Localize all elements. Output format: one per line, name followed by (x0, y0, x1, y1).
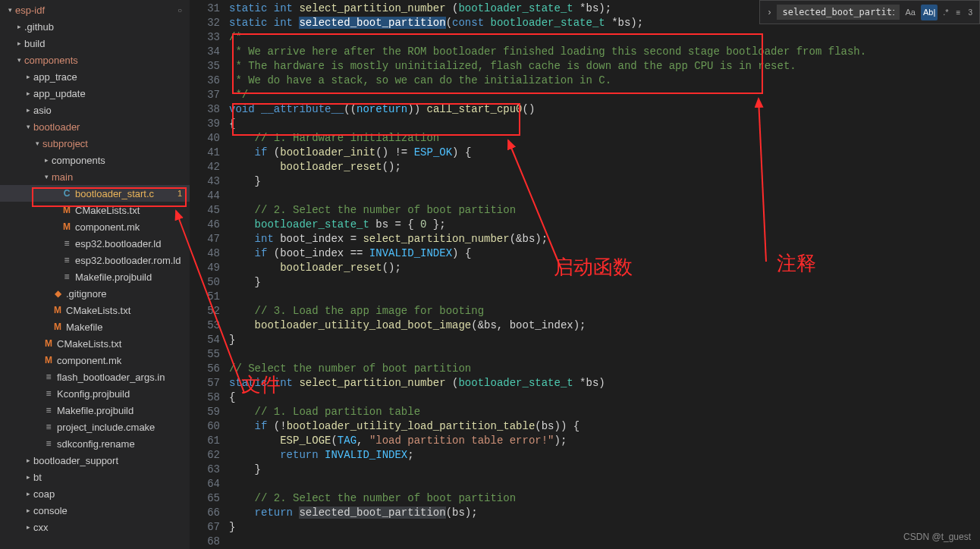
code-line[interactable]: bootloader_state_t bs = { 0 }; (229, 218, 980, 232)
chevron-right-icon[interactable]: ▸ (23, 473, 33, 481)
code-line[interactable]: // 3. Load the app image for booting (229, 304, 980, 318)
file-row[interactable]: ≡flash_bootloader_args.in (0, 369, 190, 385)
code-token: } (229, 463, 261, 475)
code-line[interactable]: bootloader_reset(); (229, 261, 980, 275)
file-row[interactable]: ≡sdkconfig.rename (0, 435, 190, 452)
code-line[interactable]: static int select_partition_number (boot… (229, 2, 980, 16)
code-line[interactable] (229, 290, 980, 304)
folder-row[interactable]: ▾main (0, 168, 190, 185)
code-line[interactable]: // 2. Select the number of boot partitio… (229, 203, 980, 218)
code-line[interactable]: if (bootloader_init() != ESP_OK) { (229, 146, 980, 160)
folder-row[interactable]: ▸app_update (0, 85, 190, 102)
folder-row[interactable]: ▸components (0, 152, 190, 168)
code-line[interactable]: int boot_index = select_partition_number… (229, 232, 980, 246)
chevron-right-icon[interactable]: ▸ (23, 73, 33, 80)
code-line[interactable]: } (229, 520, 980, 535)
folder-row[interactable]: ▸bootloader_support (0, 452, 190, 469)
code-line[interactable]: * The hardware is mostly uninitialized, … (229, 59, 980, 74)
file-row[interactable]: ≡esp32.bootloader.ld (0, 235, 190, 252)
folder-row[interactable]: ▸console (0, 502, 190, 519)
code-line[interactable]: { (229, 391, 980, 405)
code-token: bootloader_utility_load_boot_image (255, 319, 472, 331)
code-line[interactable] (229, 347, 980, 362)
folder-row[interactable]: ▾components (0, 52, 190, 68)
file-row[interactable]: Mcomponent.mk (0, 218, 190, 235)
folder-row[interactable]: ▾subproject (0, 135, 190, 152)
line-number: 52 (190, 304, 220, 318)
folder-row[interactable]: ▸build (0, 35, 190, 52)
code-line[interactable]: } (229, 333, 980, 347)
code-line[interactable]: } (229, 174, 980, 189)
code-token: // 3. Load the app image for booting (255, 305, 484, 317)
file-row[interactable]: Mcomponent.mk (0, 352, 190, 369)
file-row[interactable]: Cbootloader_start.c1 (0, 185, 190, 202)
file-row[interactable]: MCMakeLists.txt (0, 202, 190, 218)
file-row[interactable]: ◆.gitignore (0, 285, 190, 302)
code-editor[interactable]: › Aa Ab| .* ≡ 3 313233343536373839404142… (190, 0, 980, 549)
code-line[interactable]: return selected_boot_partition(bs); (229, 506, 980, 520)
line-number: 62 (190, 448, 220, 463)
folder-row[interactable]: ▸asio (0, 102, 190, 118)
code-line[interactable]: if (boot_index == INVALID_INDEX) { (229, 246, 980, 261)
code-line[interactable]: } (229, 275, 980, 290)
chevron-down-icon[interactable]: ▾ (23, 123, 33, 130)
code-line[interactable]: void __attribute__((noreturn)) call_star… (229, 102, 980, 117)
chevron-right-icon[interactable]: ▸ (23, 106, 33, 114)
code-line[interactable]: // 1. Load partition table (229, 405, 980, 419)
chevron-down-icon[interactable]: ▾ (41, 173, 52, 180)
chevron-right-icon[interactable]: ▸ (41, 156, 52, 164)
folder-row[interactable]: ▸.github (0, 18, 190, 35)
code-line[interactable]: // 2. Select the number of boot partitio… (229, 491, 980, 506)
code-line[interactable]: static int selected_boot_partition(const… (229, 16, 980, 30)
chevron-right-icon[interactable]: ▸ (23, 89, 33, 97)
chevron-right-icon[interactable]: ▸ (14, 23, 24, 30)
code-token: */ (229, 89, 248, 101)
chevron-right-icon[interactable]: ▸ (23, 523, 33, 531)
line-number: 35 (190, 59, 220, 74)
chevron-right-icon[interactable]: ▸ (23, 507, 33, 514)
folder-row[interactable]: ▸cxx (0, 519, 190, 535)
code-line[interactable] (229, 189, 980, 203)
code-token (229, 247, 255, 259)
chevron-down-icon[interactable]: ▾ (14, 56, 24, 64)
folder-row[interactable]: ▸app_trace (0, 68, 190, 85)
code-line[interactable]: if (!bootloader_utility_load_partition_t… (229, 419, 980, 434)
code-line[interactable]: // Select the number of boot partition (229, 362, 980, 376)
code-line[interactable]: /* (229, 30, 980, 45)
code-line[interactable]: { (229, 117, 980, 131)
file-row[interactable]: MCMakeLists.txt (0, 335, 190, 352)
file-row[interactable]: ≡Makefile.projbuild (0, 402, 190, 419)
code-line[interactable]: return INVALID_INDEX; (229, 448, 980, 463)
file-row[interactable]: ≡Makefile.projbuild (0, 268, 190, 285)
code-token: bootloader_state_t (458, 377, 580, 389)
code-line[interactable]: // 1. Hardware initialization (229, 131, 980, 146)
code-token: // 2. Select the number of boot partitio… (255, 492, 516, 504)
tree-item-label: component.mk (57, 355, 121, 366)
chevron-right-icon[interactable]: ▸ (23, 490, 33, 497)
chevron-right-icon[interactable]: ▸ (23, 456, 33, 464)
folder-row[interactable]: ▾bootloader (0, 118, 190, 135)
chevron-down-icon[interactable]: ▾ (32, 140, 42, 147)
folder-row[interactable]: ▸coap (0, 485, 190, 502)
code-line[interactable] (229, 535, 980, 549)
code-area[interactable]: static int select_partition_number (boot… (229, 2, 980, 549)
file-row[interactable]: MMakefile (0, 318, 190, 335)
code-line[interactable]: } (229, 463, 980, 477)
file-row[interactable]: ≡esp32.bootloader.rom.ld (0, 252, 190, 268)
code-line[interactable]: bootloader_utility_load_boot_image(&bs, … (229, 318, 980, 333)
code-line[interactable]: bootloader_reset(); (229, 160, 980, 174)
file-row[interactable]: ≡Kconfig.projbuild (0, 385, 190, 402)
code-line[interactable]: * We do have a stack, so we can do the i… (229, 74, 980, 88)
chevron-down-icon[interactable]: ▾ (5, 6, 15, 14)
code-line[interactable]: */ (229, 88, 980, 102)
folder-row[interactable]: ▾esp-idf○ (0, 2, 190, 18)
code-line[interactable] (229, 477, 980, 491)
code-line[interactable]: * We arrive here after the ROM bootloade… (229, 45, 980, 59)
chevron-right-icon[interactable]: ▸ (14, 39, 24, 47)
file-row[interactable]: ≡project_include.cmake (0, 419, 190, 435)
file-explorer[interactable]: ▾esp-idf○▸.github▸build▾components▸app_t… (0, 0, 190, 549)
folder-row[interactable]: ▸bt (0, 469, 190, 485)
file-row[interactable]: MCMakeLists.txt (0, 302, 190, 318)
code-line[interactable]: static int select_partition_number (boot… (229, 376, 980, 391)
code-line[interactable]: ESP_LOGE(TAG, "load partition table erro… (229, 434, 980, 448)
